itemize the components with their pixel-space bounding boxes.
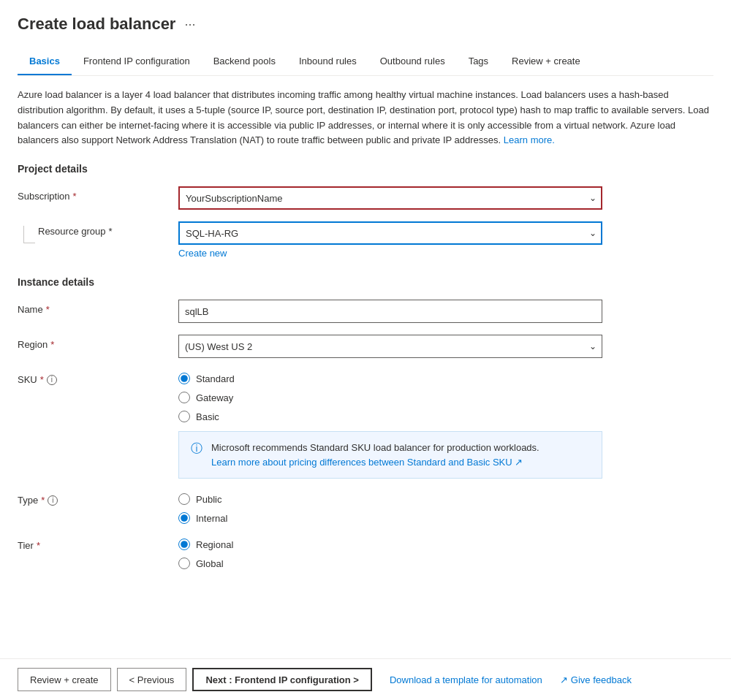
type-internal-option[interactable]: Internal (178, 512, 602, 524)
type-info-icon[interactable]: i (48, 495, 58, 506)
name-row: Name * (18, 300, 713, 323)
subscription-control: YourSubscriptionName ⌄ (178, 186, 602, 210)
project-details-section: Project details Subscription * YourSubsc… (18, 163, 713, 259)
tier-row: Tier * Regional Global (18, 536, 713, 569)
region-select-wrapper: (US) West US 2 ⌄ (178, 335, 602, 358)
type-label: Type * i (18, 490, 178, 506)
type-radio-group: Public Internal (178, 490, 602, 524)
type-public-option[interactable]: Public (178, 493, 602, 505)
tier-regional-label: Regional (196, 539, 233, 550)
sku-info-text: Microsoft recommends Standard SKU load b… (211, 441, 539, 469)
sku-label: SKU * i (18, 370, 178, 385)
resource-group-select[interactable]: SQL-HA-RG (178, 221, 602, 245)
tabs-nav: Basics Frontend IP configuration Backend… (18, 48, 713, 76)
tier-global-radio[interactable] (178, 558, 190, 569)
tier-regional-option[interactable]: Regional (178, 539, 602, 550)
instance-details-title: Instance details (18, 276, 713, 288)
create-new-link[interactable]: Create new (178, 248, 227, 259)
instance-details-section: Instance details Name * Region * (18, 276, 713, 569)
sku-basic-label: Basic (196, 411, 219, 422)
subscription-select-wrapper: YourSubscriptionName ⌄ (178, 186, 602, 210)
resource-group-label: Resource group * (38, 226, 113, 237)
type-public-radio[interactable] (178, 493, 190, 505)
description-text: Azure load balancer is a layer 4 load ba… (18, 88, 713, 148)
sku-gateway-option[interactable]: Gateway (178, 392, 602, 403)
project-details-title: Project details (18, 163, 713, 175)
type-control: Public Internal (178, 490, 602, 524)
type-public-label: Public (196, 494, 221, 505)
resource-group-bracket (23, 226, 35, 243)
region-label: Region * (18, 335, 178, 350)
sku-gateway-radio[interactable] (178, 392, 190, 403)
name-label: Name * (18, 300, 178, 315)
region-required: * (50, 339, 54, 350)
sku-radio-group: Standard Gateway Basic (178, 370, 602, 422)
region-select[interactable]: (US) West US 2 (178, 335, 602, 358)
learn-more-link[interactable]: Learn more. (504, 134, 555, 145)
sku-standard-radio[interactable] (178, 373, 190, 384)
sku-standard-label: Standard (196, 373, 235, 384)
sku-info-box: ⓘ Microsoft recommends Standard SKU load… (178, 431, 602, 479)
tier-control: Regional Global (178, 536, 602, 569)
resource-group-control: SQL-HA-RG ⌄ Create new (178, 221, 602, 259)
tab-backend-pools[interactable]: Backend pools (202, 48, 287, 75)
sku-info-icon[interactable]: i (47, 375, 57, 385)
tab-outbound-rules[interactable]: Outbound rules (368, 48, 457, 75)
subscription-label: Subscription * (18, 186, 178, 202)
sku-row: SKU * i Standard Gateway (18, 370, 713, 479)
resource-group-select-wrapper: SQL-HA-RG ⌄ (178, 221, 602, 245)
sku-basic-option[interactable]: Basic (178, 411, 602, 422)
tab-inbound-rules[interactable]: Inbound rules (287, 48, 368, 75)
tab-frontend-ip[interactable]: Frontend IP configuration (72, 48, 202, 75)
tab-basics[interactable]: Basics (18, 48, 72, 75)
subscription-row: Subscription * YourSubscriptionName ⌄ (18, 186, 713, 210)
type-internal-radio[interactable] (178, 512, 190, 524)
page-title-ellipsis[interactable]: ··· (184, 17, 195, 32)
resource-group-row: Resource group * SQL-HA-RG ⌄ Create new (18, 221, 713, 259)
page-title: Create load balancer (18, 15, 175, 34)
type-required: * (41, 495, 45, 506)
type-row: Type * i Public Internal (18, 490, 713, 524)
tier-label: Tier * (18, 536, 178, 551)
sku-control: Standard Gateway Basic ⓘ (178, 370, 602, 479)
tier-global-option[interactable]: Global (178, 558, 602, 569)
name-control (178, 300, 602, 323)
tier-global-label: Global (196, 558, 224, 569)
tier-regional-radio[interactable] (178, 539, 190, 550)
sku-gateway-label: Gateway (196, 392, 233, 403)
info-circle-icon: ⓘ (191, 441, 204, 457)
resource-group-indent: Resource group * (18, 221, 178, 243)
subscription-select[interactable]: YourSubscriptionName (178, 186, 602, 210)
tab-tags[interactable]: Tags (457, 48, 500, 75)
sku-required: * (40, 374, 44, 385)
tab-review-create[interactable]: Review + create (500, 48, 592, 75)
sku-basic-radio[interactable] (178, 411, 190, 422)
region-control: (US) West US 2 ⌄ (178, 335, 602, 358)
sku-learn-more-link[interactable]: Learn more about pricing differences bet… (211, 457, 523, 468)
tier-radio-group: Regional Global (178, 536, 602, 569)
region-row: Region * (US) West US 2 ⌄ (18, 335, 713, 358)
subscription-required: * (73, 191, 77, 202)
name-input[interactable] (178, 300, 602, 323)
name-required: * (46, 304, 50, 315)
external-link-icon: ↗ (515, 457, 523, 468)
resource-group-required: * (109, 226, 113, 237)
tier-required: * (37, 540, 40, 551)
type-internal-label: Internal (196, 513, 227, 524)
sku-standard-option[interactable]: Standard (178, 373, 602, 384)
